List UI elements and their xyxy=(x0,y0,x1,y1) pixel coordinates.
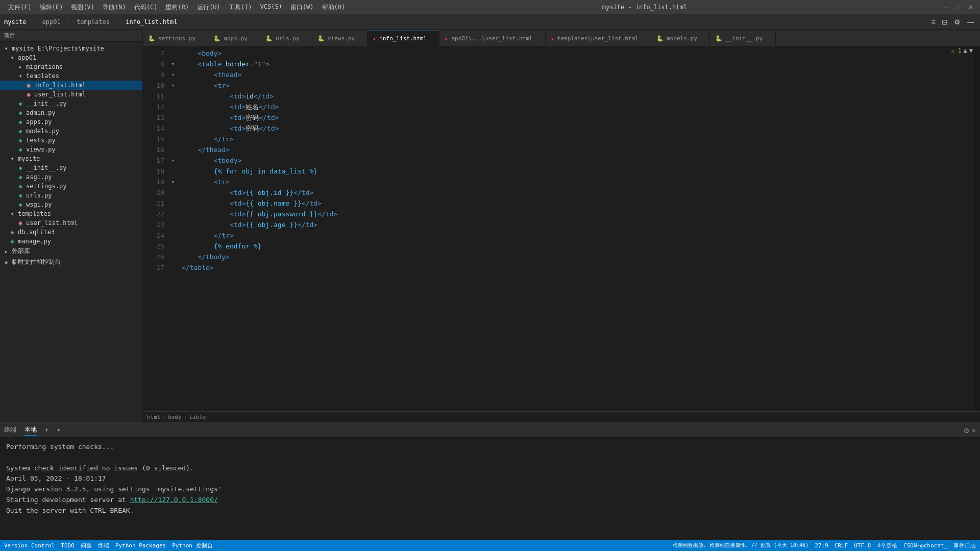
minimize-button[interactable]: — xyxy=(940,3,951,11)
bottom-tab-local[interactable]: 本地 xyxy=(24,424,37,436)
urls-icon: ◈ xyxy=(16,192,24,199)
sidebar-item-user-list-app01[interactable]: ◉ user_list.html xyxy=(0,90,142,99)
tree-root[interactable]: ▾ mysite E:\Projects\mysite xyxy=(0,44,142,53)
nav-down-icon[interactable]: ▼ xyxy=(969,47,973,54)
status-todo[interactable]: TODO xyxy=(61,542,75,549)
tab-init[interactable]: 🐍 __init__.py × xyxy=(710,31,775,46)
terminal-line-2 xyxy=(6,453,974,463)
sidebar-item-asgi[interactable]: ◈ asgi.py xyxy=(0,172,142,182)
status-cursor[interactable]: 27:9 xyxy=(815,542,828,549)
menu-file[interactable]: 文件(F) xyxy=(4,2,36,13)
sidebar: 项目 ▾ mysite E:\Projects\mysite ▾ app01 ▸… xyxy=(0,30,143,422)
sidebar-item-templates-root[interactable]: ▾ templates xyxy=(0,209,142,218)
sidebar-item-settings[interactable]: ◈ settings.py xyxy=(0,182,142,191)
status-python-console[interactable]: Python 控制台 xyxy=(172,542,212,549)
menu-nav[interactable]: 导航(N) xyxy=(99,2,130,13)
sidebar-item-migrations[interactable]: ▸ migrations xyxy=(0,62,142,71)
menu-code[interactable]: 代码(C) xyxy=(130,2,162,13)
nav-up-icon[interactable]: ▲ xyxy=(964,47,967,54)
sidebar-item-mysite[interactable]: ▾ mysite xyxy=(0,154,142,163)
sidebar-label-asgi: asgi.py xyxy=(26,173,52,181)
sidebar-item-tests[interactable]: ◈ tests.py xyxy=(0,136,142,145)
line-ending-label: CRLF xyxy=(835,542,848,549)
models-icon: ◈ xyxy=(16,128,24,135)
menu-tools[interactable]: 工具(T) xyxy=(225,2,256,13)
sidebar-item-templates-app01[interactable]: ▾ templates xyxy=(0,71,142,81)
settings-icon: ◈ xyxy=(16,183,24,190)
status-branch-info[interactable]: 检测到数据源. 检测到连接属性. // 配置 (今天 10:46) xyxy=(673,542,808,549)
sidebar-item-models[interactable]: ◈ models.py xyxy=(0,127,142,136)
tab-settings[interactable]: 🐍 settings.py × xyxy=(143,31,208,46)
status-csdn[interactable]: CSDN·@chocat_ xyxy=(903,542,947,549)
sidebar-item-info-list[interactable]: ◉ info_list.html xyxy=(0,81,142,90)
bottom-tab-chevron[interactable]: ▾ xyxy=(57,425,60,436)
menu-window[interactable]: 窗口(W) xyxy=(286,2,318,13)
problems-label: 问题 xyxy=(81,542,92,549)
status-python-packages[interactable]: Python Packages xyxy=(115,542,166,549)
tab-urls[interactable]: 🐍 urls.py × xyxy=(260,31,312,46)
sidebar-label-templates-root: templates xyxy=(18,210,51,217)
sidebar-item-manage[interactable]: ◈ manage.py xyxy=(0,237,142,246)
breadcrumb-info-list[interactable]: info_list.html xyxy=(126,18,177,26)
sidebar-label-user-list-root: user_list.html xyxy=(26,219,78,227)
sidebar-label-migrations: migrations xyxy=(26,63,63,70)
tab-user-list-app01[interactable]: ⬥ app01\...\user_list.html × xyxy=(439,31,545,46)
templates-root-icon: ▾ xyxy=(8,210,16,217)
sidebar-item-init-app01[interactable]: ◈ __init__.py xyxy=(0,99,142,108)
sidebar-item-db[interactable]: ◈ db.sqlite3 xyxy=(0,228,142,237)
tab-info-list[interactable]: ⬥ info_list.html × xyxy=(368,31,439,46)
sidebar-item-urls[interactable]: ◈ urls.py xyxy=(0,191,142,200)
sidebar-label-urls: urls.py xyxy=(26,192,52,199)
tab-init-icon: 🐍 xyxy=(715,35,722,42)
sidebar-item-external[interactable]: ▸ 外部库 xyxy=(0,246,142,257)
bottom-settings-btn[interactable]: ⚙ xyxy=(963,427,970,435)
menu-help[interactable]: 帮助(H) xyxy=(318,2,350,13)
db-icon: ◈ xyxy=(8,229,16,236)
status-version-control[interactable]: Version Control xyxy=(4,542,55,549)
sidebar-item-admin[interactable]: ◈ admin.py xyxy=(0,108,142,117)
tab-apps[interactable]: 🐍 apps.py × xyxy=(208,31,260,46)
sidebar-item-app01[interactable]: ▾ app01 xyxy=(0,53,142,62)
sidebar-item-user-list-root[interactable]: ◉ user_list.html xyxy=(0,218,142,228)
toolbar-minus-btn[interactable]: — xyxy=(965,17,976,27)
bottom-close-btn[interactable]: × xyxy=(972,427,976,435)
breadcrumb-app01[interactable]: app01 xyxy=(42,18,61,26)
server-url-link[interactable]: http://127.0.0.1:8000/ xyxy=(130,496,218,504)
menu-run[interactable]: 运行(U) xyxy=(193,2,225,13)
menu-refactor[interactable]: 重构(R) xyxy=(161,2,193,13)
sidebar-label-views: views.py xyxy=(26,146,56,153)
sidebar-item-wsgi[interactable]: ◈ wsgi.py xyxy=(0,200,142,209)
tab-models[interactable]: 🐍 models.py × xyxy=(651,31,710,46)
sidebar-label-settings: settings.py xyxy=(26,183,66,190)
asgi-icon: ◈ xyxy=(16,173,24,181)
bottom-tab-plus[interactable]: + xyxy=(45,425,48,436)
status-event-log[interactable]: 事件日志 xyxy=(953,542,976,549)
menu-edit[interactable]: 编辑(E) xyxy=(36,2,67,13)
status-encoding[interactable]: UTF-8 xyxy=(854,542,871,549)
toolbar-layout-btn[interactable]: ⊟ xyxy=(940,17,950,27)
status-spaces[interactable]: 4个空格 xyxy=(877,542,897,549)
sidebar-item-apps[interactable]: ◈ apps.py xyxy=(0,117,142,127)
sidebar-item-init-mysite[interactable]: ◈ __init__.py xyxy=(0,163,142,172)
menu-bar[interactable]: 文件(F) 编辑(E) 视图(V) 导航(N) 代码(C) 重构(R) 运行(U… xyxy=(4,2,349,13)
tab-views[interactable]: 🐍 views.py × xyxy=(312,31,368,46)
menu-view[interactable]: 视图(V) xyxy=(67,2,99,13)
toolbar-structure-btn[interactable]: ≡ xyxy=(929,17,938,27)
tab-user-list-app01-label: app01\...\user_list.html xyxy=(451,35,532,42)
code-content[interactable]: <body> <table border="1"> <thead> <tr> <… xyxy=(178,46,974,411)
sidebar-item-scratch[interactable]: ◈ 临时文件和控制台 xyxy=(0,257,142,267)
maximize-button[interactable]: □ xyxy=(953,3,963,11)
window-controls[interactable]: — □ ✕ xyxy=(940,3,976,12)
toolbar-settings-btn[interactable]: ⚙ xyxy=(952,17,963,27)
bottom-tab-terminal1[interactable]: 终端 xyxy=(4,424,16,436)
breadcrumb-templates[interactable]: templates xyxy=(77,18,110,26)
editor[interactable]: ⚠ 1 ▲ ▼ 7 8 9 10 11 12 13 14 15 16 17 18… xyxy=(143,46,980,411)
tab-templates-user-list[interactable]: ⬥ templates\user_list.html × xyxy=(546,31,651,46)
menu-vcs[interactable]: VCS(S) xyxy=(256,2,286,13)
sidebar-item-views[interactable]: ◈ views.py xyxy=(0,145,142,154)
status-line-ending[interactable]: CRLF xyxy=(835,542,848,549)
status-problems[interactable]: 问题 xyxy=(81,542,92,549)
close-button[interactable]: ✕ xyxy=(965,3,976,12)
status-terminal[interactable]: 终端 xyxy=(98,542,109,549)
breadcrumb-mysite[interactable]: mysite xyxy=(4,18,26,26)
